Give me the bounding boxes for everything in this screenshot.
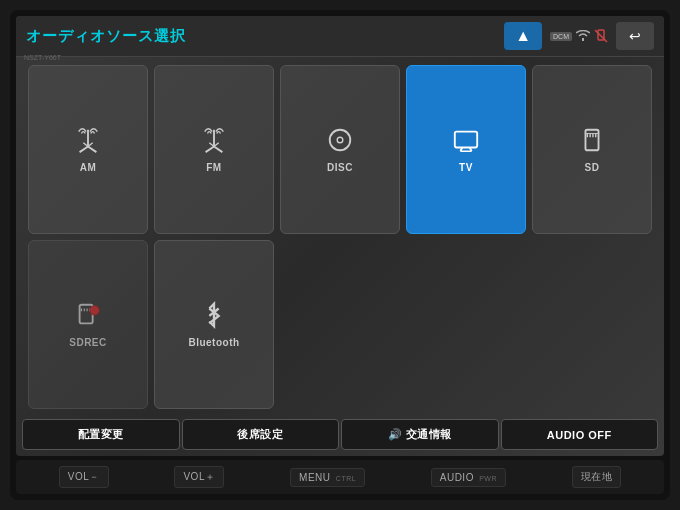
svg-point-14 bbox=[337, 137, 343, 143]
svg-line-10 bbox=[214, 147, 222, 153]
tv-icon bbox=[452, 126, 480, 158]
source-tv[interactable]: TV bbox=[406, 65, 526, 234]
bluetooth-icon bbox=[200, 301, 228, 333]
source-am[interactable]: AM bbox=[28, 65, 148, 234]
svg-line-4 bbox=[80, 147, 88, 153]
physical-button-bar: VOL－ VOL＋ MENU CTRL AUDIO PWR 現在地 bbox=[16, 460, 664, 494]
tv-label: TV bbox=[459, 162, 473, 173]
svg-rect-0 bbox=[582, 38, 584, 41]
no-signal-icon bbox=[594, 29, 608, 43]
sdrec-label: SDREC bbox=[69, 337, 107, 348]
vol-down-button[interactable]: VOL－ bbox=[59, 466, 109, 488]
layout-button[interactable]: 配置変更 bbox=[22, 419, 180, 450]
source-sd[interactable]: SD bbox=[532, 65, 652, 234]
fm-icon bbox=[200, 126, 228, 158]
model-number: NSZT-Y66T bbox=[24, 54, 61, 61]
source-sdrec[interactable]: SDREC bbox=[28, 240, 148, 409]
audio-button[interactable]: AUDIO PWR bbox=[431, 468, 506, 487]
sdrec-icon bbox=[74, 301, 102, 333]
bluetooth-label: Bluetooth bbox=[188, 337, 239, 348]
menu-button[interactable]: MENU CTRL bbox=[290, 468, 365, 487]
dcm-badge: DCM bbox=[550, 32, 572, 41]
svg-rect-19 bbox=[585, 130, 598, 151]
device-body: NSZT-Y66T オーディオソース選択 ▲ DCM bbox=[10, 10, 670, 500]
svg-rect-15 bbox=[455, 132, 477, 148]
screen-content: NSZT-Y66T オーディオソース選択 ▲ DCM bbox=[16, 16, 664, 456]
action-bar: 配置変更 後席設定 🔊 交通情報 AUDIO OFF bbox=[16, 415, 664, 456]
svg-line-9 bbox=[206, 147, 214, 153]
vol-up-button[interactable]: VOL＋ bbox=[174, 466, 224, 488]
screen-title: オーディオソース選択 bbox=[26, 27, 496, 46]
audio-off-button[interactable]: AUDIO OFF bbox=[501, 419, 659, 450]
header-bar: オーディオソース選択 ▲ DCM ↩ bbox=[16, 16, 664, 57]
main-screen: NSZT-Y66T オーディオソース選択 ▲ DCM bbox=[16, 16, 664, 456]
current-pos-button[interactable]: 現在地 bbox=[572, 466, 622, 488]
disc-icon bbox=[326, 126, 354, 158]
wifi-icon bbox=[576, 30, 590, 42]
svg-point-29 bbox=[90, 306, 99, 315]
am-icon bbox=[74, 126, 102, 158]
am-label: AM bbox=[80, 162, 97, 173]
traffic-button[interactable]: 🔊 交通情報 bbox=[341, 419, 499, 450]
fm-label: FM bbox=[206, 162, 221, 173]
status-area: DCM bbox=[550, 29, 608, 43]
sd-label: SD bbox=[585, 162, 600, 173]
source-bluetooth[interactable]: Bluetooth bbox=[154, 240, 274, 409]
rear-button[interactable]: 後席設定 bbox=[182, 419, 340, 450]
eject-button[interactable]: ▲ bbox=[504, 22, 542, 50]
back-button[interactable]: ↩ bbox=[616, 22, 654, 50]
source-disc[interactable]: DISC bbox=[280, 65, 400, 234]
sources-grid: AM bbox=[16, 57, 664, 415]
svg-line-5 bbox=[88, 147, 96, 153]
source-fm[interactable]: FM bbox=[154, 65, 274, 234]
disc-label: DISC bbox=[327, 162, 353, 173]
sd-icon bbox=[578, 126, 606, 158]
